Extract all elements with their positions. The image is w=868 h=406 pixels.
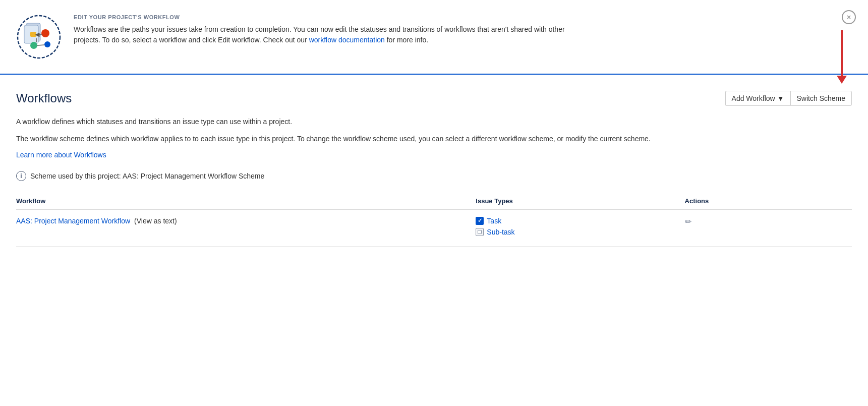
arrow-head [837, 76, 847, 84]
scheme-info: i Scheme used by this project: AAS: Proj… [16, 171, 852, 181]
workflow-icon [16, 14, 62, 60]
desc-paragraph-1: A workflow defines which statuses and tr… [16, 116, 852, 127]
add-workflow-label: Add Workflow [732, 94, 775, 102]
table-header-row: Workflow Issue Types Actions [16, 193, 852, 209]
svg-rect-3 [30, 32, 36, 37]
workflow-name-link[interactable]: AAS: Project Management Workflow [16, 217, 130, 225]
banner-desc-part2: for more info. [387, 36, 428, 44]
subtask-icon [476, 228, 484, 236]
banner: EDIT YOUR PROJECT'S WORKFLOW Workflows a… [0, 0, 868, 75]
col-header-actions: Actions [685, 193, 852, 209]
svg-line-9 [37, 45, 44, 45]
banner-content: EDIT YOUR PROJECT'S WORKFLOW Workflows a… [74, 14, 578, 45]
table-row: AAS: Project Management Workflow (View a… [16, 209, 852, 247]
issue-type-link[interactable]: Sub-task [487, 228, 514, 236]
issue-type-link[interactable]: Task [487, 217, 501, 225]
header-buttons: Add Workflow ▼ Switch Scheme [725, 91, 852, 106]
svg-point-6 [44, 41, 50, 47]
svg-point-5 [30, 42, 37, 49]
close-button[interactable]: × [842, 10, 856, 24]
dropdown-chevron-icon: ▼ [777, 94, 784, 102]
issue-type-item: Sub-task [476, 228, 684, 236]
edit-workflow-icon[interactable]: ✏ [685, 217, 691, 226]
red-arrow-indicator [837, 30, 847, 84]
col-header-workflow: Workflow [16, 193, 476, 209]
svg-point-4 [41, 29, 49, 37]
learn-more-link[interactable]: Learn more about Workflows [16, 151, 106, 159]
page-title: Workflows [16, 91, 72, 105]
switch-scheme-button[interactable]: Switch Scheme [790, 91, 852, 106]
main-content: Workflows Add Workflow ▼ Switch Scheme A… [0, 75, 868, 263]
banner-title: EDIT YOUR PROJECT'S WORKFLOW [74, 14, 578, 20]
arrow-line [841, 30, 843, 76]
add-workflow-button[interactable]: Add Workflow ▼ [725, 91, 790, 106]
scheme-info-text: Scheme used by this project: AAS: Projec… [30, 172, 264, 180]
info-icon: i [16, 171, 26, 181]
col-header-issue-types: Issue Types [476, 193, 684, 209]
issue-type-item: Task [476, 217, 684, 225]
workflow-table: Workflow Issue Types Actions AAS: Projec… [16, 193, 852, 247]
workflow-documentation-link[interactable]: workflow documentation [309, 36, 385, 44]
workflows-header-row: Workflows Add Workflow ▼ Switch Scheme [16, 91, 852, 106]
desc-paragraph-2: The workflow scheme defines which workfl… [16, 133, 852, 144]
page-container: EDIT YOUR PROJECT'S WORKFLOW Workflows a… [0, 0, 868, 406]
banner-description: Workflows are the paths your issues take… [74, 24, 578, 45]
view-as-text: (View as text) [132, 217, 177, 225]
task-checkbox-icon [476, 217, 484, 225]
